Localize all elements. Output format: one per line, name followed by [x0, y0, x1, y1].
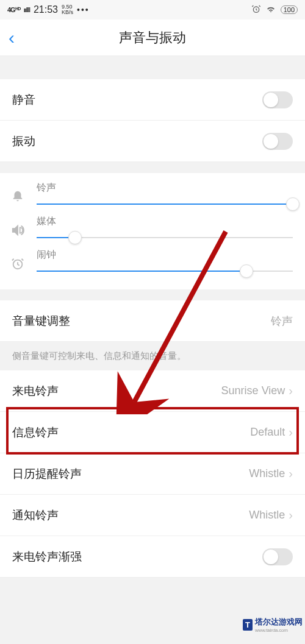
message-ringtone-value: Default› [250, 425, 293, 439]
ringtone-slider[interactable] [37, 197, 293, 211]
media-slider-row: 媒体 [9, 215, 293, 245]
vibrate-toggle[interactable] [262, 133, 293, 150]
chevron-right-icon: › [289, 384, 293, 398]
volume-key-row[interactable]: 音量键调整 铃声 [0, 300, 305, 342]
status-time: 21:53 [34, 4, 58, 15]
volume-key-label: 音量键调整 [12, 313, 70, 329]
status-left: 4Gᴴᴰ ıılll 21:53 9.50KB/s ••• [7, 4, 90, 15]
chevron-right-icon: › [289, 425, 293, 439]
alarm-icon [251, 4, 261, 16]
message-ringtone-row[interactable]: 信息铃声 Default› [0, 412, 305, 453]
watermark-logo: T [243, 619, 253, 631]
alarm-slider-label: 闹钟 [37, 249, 293, 261]
header: ‹ 声音与振动 [0, 19, 305, 56]
call-ringtone-value: Sunrise View› [221, 384, 293, 398]
signal-bars-icon: ıılll [24, 6, 30, 13]
notification-ringtone-value: Whistle› [249, 508, 293, 522]
bell-icon [9, 190, 27, 203]
volume-sliders: 铃声 媒体 闹钟 [0, 173, 305, 289]
media-slider-label: 媒体 [37, 215, 293, 228]
vibrate-row[interactable]: 振动 [0, 121, 305, 162]
volume-key-hint: 侧音量键可控制来电、信息和通知的音量。 [0, 342, 305, 370]
wifi-icon [266, 5, 276, 15]
volume-key-value: 铃声 [271, 314, 293, 328]
message-ringtone-label: 信息铃声 [12, 425, 59, 441]
status-right: 100 [251, 4, 298, 16]
watermark: T 塔尔达游戏网 www.tairda.com [243, 617, 303, 633]
more-icon: ••• [77, 5, 90, 15]
alarm-slider-row: 闹钟 [9, 249, 293, 278]
mute-label: 静音 [12, 92, 35, 108]
mute-toggle[interactable] [262, 91, 293, 108]
speaker-icon [9, 224, 27, 237]
mute-row[interactable]: 静音 [0, 79, 305, 121]
ringtone-slider-row: 铃声 [9, 182, 293, 211]
alarm-slider[interactable] [37, 264, 293, 278]
calendar-ringtone-value: Whistle› [249, 467, 293, 481]
call-ringtone-label: 来电铃声 [12, 383, 59, 399]
chevron-right-icon: › [289, 508, 293, 522]
ringtone-slider-label: 铃声 [37, 182, 293, 194]
watermark-url: www.tairda.com [255, 628, 303, 633]
clock-icon [9, 257, 27, 271]
back-button[interactable]: ‹ [9, 27, 15, 48]
notification-ringtone-label: 通知铃声 [12, 508, 59, 523]
call-ringtone-row[interactable]: 来电铃声 Sunrise View› [0, 370, 305, 412]
chevron-right-icon: › [289, 467, 293, 481]
net-speed: 9.50KB/s [62, 4, 73, 15]
media-slider[interactable] [37, 230, 293, 245]
calendar-ringtone-label: 日历提醒铃声 [12, 466, 82, 482]
status-bar: 4Gᴴᴰ ıılll 21:53 9.50KB/s ••• 100 [0, 0, 305, 19]
page-title: 声音与振动 [119, 29, 186, 47]
calendar-ringtone-row[interactable]: 日历提醒铃声 Whistle› [0, 453, 305, 495]
network-type: 4Gᴴᴰ [7, 6, 20, 14]
watermark-name: 塔尔达游戏网 [255, 617, 303, 626]
crescendo-row[interactable]: 来电铃声渐强 [0, 536, 305, 578]
notification-ringtone-row[interactable]: 通知铃声 Whistle› [0, 495, 305, 536]
crescendo-label: 来电铃声渐强 [12, 549, 82, 565]
battery-icon: 100 [281, 5, 298, 14]
crescendo-toggle[interactable] [262, 548, 293, 565]
vibrate-label: 振动 [12, 133, 35, 149]
